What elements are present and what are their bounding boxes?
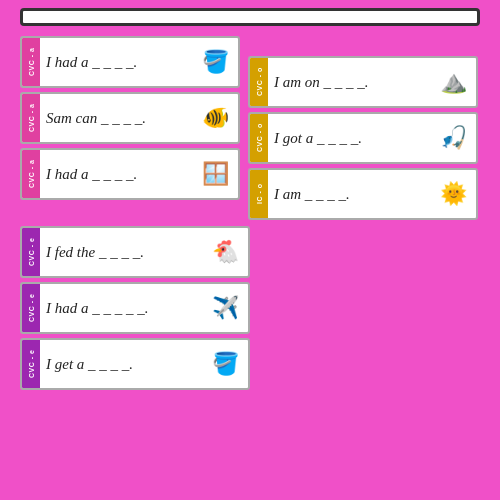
left-column: CVC - aI had a _ _ _ _.🪣CVC - aSam can _…	[20, 36, 240, 220]
card: CVC - aI had a _ _ _ _.🪟	[20, 148, 240, 200]
card-label: CVC - a	[22, 94, 40, 142]
card-icon: 🪣	[202, 340, 248, 388]
card-text: I had a _ _ _ _.	[40, 38, 192, 86]
card: CVC - eI fed the _ _ _ _.🐔	[20, 226, 250, 278]
card-label: CVC - e	[22, 228, 40, 276]
title-box	[20, 8, 480, 26]
card-icon: ⛰️	[430, 58, 476, 106]
card-text: I got a _ _ _ _.	[268, 114, 430, 162]
card-label: CVC - o	[250, 114, 268, 162]
card-icon: 🌞	[430, 170, 476, 218]
card-label: IC - o	[250, 170, 268, 218]
card-label: CVC - e	[22, 340, 40, 388]
card-icon: 🪟	[192, 150, 238, 198]
card: CVC - aI had a _ _ _ _.🪣	[20, 36, 240, 88]
card-label: CVC - a	[22, 38, 40, 86]
card-label: CVC - a	[22, 150, 40, 198]
card-label: CVC - o	[250, 58, 268, 106]
card-text: I had a _ _ _ _.	[40, 150, 192, 198]
card: CVC - aSam can _ _ _ _.🐠	[20, 92, 240, 144]
card-icon: 🐔	[202, 228, 248, 276]
bottom-section: CVC - eI fed the _ _ _ _.🐔CVC - eI had a…	[20, 226, 480, 390]
card-text: I get a _ _ _ _.	[40, 340, 202, 388]
card: CVC - oI am on _ _ _ _.⛰️	[248, 56, 478, 108]
card-icon: 🪣	[192, 38, 238, 86]
main-container: CVC - aI had a _ _ _ _.🪣CVC - aSam can _…	[0, 0, 500, 500]
card-icon: 🎣	[430, 114, 476, 162]
card-icon: 🐠	[192, 94, 238, 142]
card-text: Sam can _ _ _ _.	[40, 94, 192, 142]
card: CVC - oI got a _ _ _ _.🎣	[248, 112, 478, 164]
card-label: CVC - e	[22, 284, 40, 332]
card: CVC - eI had a _ _ _ _ _.✈️	[20, 282, 250, 334]
card: CVC - eI get a _ _ _ _.🪣	[20, 338, 250, 390]
bottom-left-column: CVC - eI fed the _ _ _ _.🐔CVC - eI had a…	[20, 226, 250, 390]
card-icon: ✈️	[202, 284, 248, 332]
card: IC - oI am _ _ _ _.🌞	[248, 168, 478, 220]
card-text: I am on _ _ _ _.	[268, 58, 430, 106]
right-column: CVC - oI am on _ _ _ _.⛰️CVC - oI got a …	[248, 56, 478, 220]
upper-columns: CVC - aI had a _ _ _ _.🪣CVC - aSam can _…	[20, 36, 480, 220]
card-text: I had a _ _ _ _ _.	[40, 284, 202, 332]
card-text: I am _ _ _ _.	[268, 170, 430, 218]
card-text: I fed the _ _ _ _.	[40, 228, 202, 276]
